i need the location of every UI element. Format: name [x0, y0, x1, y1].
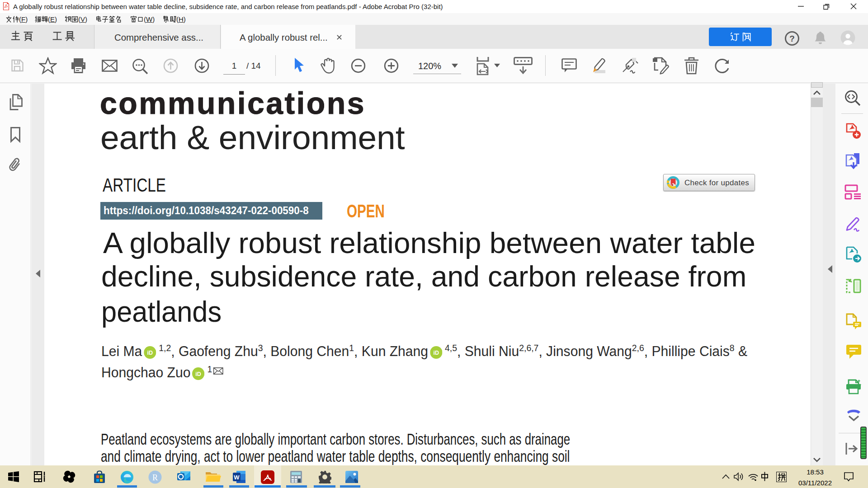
svg-text:iD: iD — [433, 350, 439, 357]
svg-text:?: ? — [789, 34, 795, 43]
svg-text:R: R — [152, 473, 158, 482]
svg-text:W: W — [234, 474, 240, 481]
svg-text:iD: iD — [196, 371, 202, 378]
svg-text:iD: iD — [147, 350, 153, 357]
